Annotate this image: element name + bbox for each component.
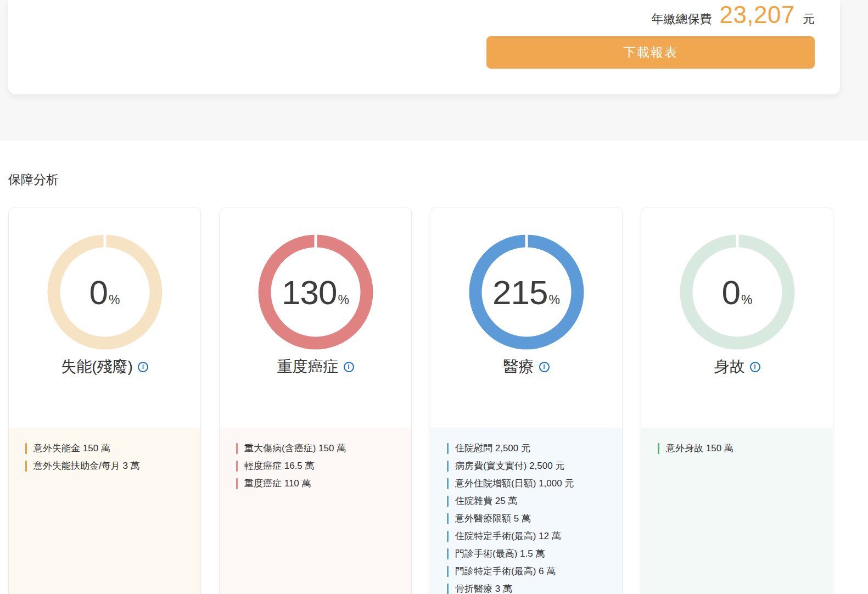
- benefit-label: 住院雜費 25 萬: [455, 496, 517, 507]
- benefit-item: 意外住院增額(日額) 1,000 元: [447, 478, 611, 489]
- benefit-bar: [25, 461, 27, 472]
- benefit-item: 意外失能金 150 萬: [25, 443, 189, 454]
- benefit-list: 意外失能金 150 萬 意外失能扶助金/每月 3 萬: [25, 443, 189, 472]
- coverage-title: 失能(殘廢): [61, 356, 133, 377]
- benefit-label: 門診特定手術(最高) 6 萬: [455, 566, 556, 577]
- card-top: 0 % 身故 i: [641, 234, 833, 428]
- benefit-label: 意外失能金 150 萬: [33, 443, 110, 454]
- info-icon[interactable]: i: [539, 362, 550, 372]
- benefit-item: 病房費(實支實付) 2,500 元: [447, 461, 611, 472]
- coverage-card: 215 % 醫療 i 住院慰問 2,500 元 病房費(實支實付) 2,500 …: [430, 208, 623, 594]
- coverage-percent-group: 215 %: [492, 273, 560, 312]
- info-icon[interactable]: i: [344, 362, 354, 372]
- benefit-item: 門診特定手術(最高) 6 萬: [447, 566, 611, 577]
- card-top: 130 % 重度癌症 i: [220, 234, 411, 428]
- benefit-bar: [236, 461, 238, 472]
- benefit-bar: [447, 496, 449, 507]
- coverage-percent: 0 %: [680, 234, 795, 350]
- coverage-card: 130 % 重度癌症 i 重大傷病(含癌症) 150 萬 輕度癌症 16.5 萬…: [219, 208, 412, 594]
- info-icon[interactable]: i: [750, 362, 760, 372]
- download-report-button[interactable]: 下載報表: [486, 36, 815, 69]
- benefit-item: 輕度癌症 16.5 萬: [236, 461, 400, 472]
- benefit-item: 骨折醫療 3 萬: [447, 584, 611, 594]
- annual-premium-unit: 元: [803, 11, 815, 27]
- benefit-item: 住院慰問 2,500 元: [447, 443, 611, 454]
- benefit-list: 重大傷病(含癌症) 150 萬 輕度癌症 16.5 萬 重度癌症 110 萬: [236, 443, 400, 489]
- benefit-bar: [236, 443, 238, 454]
- benefit-bar: [447, 531, 449, 542]
- benefit-bar: [447, 566, 449, 577]
- benefit-label: 輕度癌症 16.5 萬: [244, 461, 315, 472]
- coverage-card: 0 % 身故 i 意外身故 150 萬: [641, 208, 833, 594]
- benefit-label: 意外身故 150 萬: [666, 443, 733, 454]
- coverage-percent-value: 215: [492, 273, 547, 312]
- card-title-row: 醫療 i: [430, 356, 622, 377]
- coverage-title: 醫療: [503, 356, 534, 377]
- card-top: 0 % 失能(殘廢) i: [9, 234, 200, 428]
- coverage-analysis-section: 保障分析 0 % 失能(殘廢) i: [0, 172, 868, 594]
- coverage-title: 重度癌症: [277, 356, 339, 377]
- coverage-title: 身故: [714, 356, 745, 377]
- benefit-label: 骨折醫療 3 萬: [455, 584, 512, 594]
- card-benefits: 意外失能金 150 萬 意外失能扶助金/每月 3 萬: [9, 428, 200, 594]
- annual-premium-label: 年繳總保費: [651, 11, 712, 27]
- benefit-bar: [236, 478, 238, 489]
- annual-premium: 年繳總保費 23,207 元: [651, 1, 815, 29]
- benefit-item: 意外醫療限額 5 萬: [447, 513, 611, 524]
- card-top: 215 % 醫療 i: [430, 234, 622, 428]
- coverage-percent-sign: %: [549, 293, 560, 307]
- coverage-percent: 130 %: [258, 234, 373, 350]
- donut-chart: 215 %: [469, 234, 584, 350]
- benefit-item: 重度癌症 110 萬: [236, 478, 400, 489]
- benefit-item: 重大傷病(含癌症) 150 萬: [236, 443, 400, 454]
- section-title: 保障分析: [8, 172, 860, 187]
- benefit-bar: [447, 443, 449, 454]
- benefit-bar: [658, 443, 659, 454]
- coverage-percent-sign: %: [109, 293, 120, 307]
- coverage-percent-sign: %: [741, 293, 752, 307]
- benefit-label: 住院特定手術(最高) 12 萬: [455, 531, 561, 542]
- benefit-label: 重度癌症 110 萬: [244, 478, 311, 489]
- quote-summary-card: 年繳總保費 23,207 元 下載報表: [8, 0, 840, 94]
- benefit-item: 住院雜費 25 萬: [447, 496, 611, 507]
- coverage-percent-value: 130: [282, 273, 337, 312]
- cards-row: 0 % 失能(殘廢) i 意外失能金 150 萬 意外失能扶助金/每月 3 萬: [8, 208, 860, 594]
- coverage-percent-value: 0: [89, 273, 108, 312]
- benefit-item: 意外失能扶助金/每月 3 萬: [25, 461, 189, 472]
- coverage-percent-sign: %: [338, 293, 349, 307]
- benefit-bar: [447, 513, 449, 524]
- card-benefits: 意外身故 150 萬: [641, 428, 833, 594]
- card-title-row: 重度癌症 i: [220, 356, 411, 377]
- benefit-item: 門診手術(最高) 1.5 萬: [447, 548, 611, 559]
- card-title-row: 失能(殘廢) i: [9, 356, 200, 377]
- coverage-percent-group: 130 %: [282, 273, 349, 312]
- donut-chart: 130 %: [258, 234, 373, 350]
- coverage-percent-group: 0 %: [89, 273, 120, 312]
- benefit-label: 住院慰問 2,500 元: [455, 443, 530, 454]
- coverage-card: 0 % 失能(殘廢) i 意外失能金 150 萬 意外失能扶助金/每月 3 萬: [8, 208, 201, 594]
- donut-chart: 0 %: [680, 234, 795, 350]
- benefit-list: 意外身故 150 萬: [658, 443, 822, 454]
- info-icon[interactable]: i: [138, 362, 148, 372]
- donut-chart: 0 %: [47, 234, 163, 350]
- annual-premium-value: 23,207: [719, 1, 795, 29]
- coverage-percent: 0 %: [47, 234, 163, 350]
- top-summary-zone: 年繳總保費 23,207 元 下載報表: [0, 0, 868, 141]
- benefit-label: 意外住院增額(日額) 1,000 元: [455, 478, 574, 489]
- coverage-percent-value: 0: [722, 273, 740, 312]
- card-benefits: 住院慰問 2,500 元 病房費(實支實付) 2,500 元 意外住院增額(日額…: [430, 428, 622, 594]
- coverage-percent-group: 0 %: [722, 273, 753, 312]
- benefit-bar: [447, 478, 449, 489]
- benefit-label: 門診手術(最高) 1.5 萬: [455, 548, 545, 559]
- benefit-bar: [447, 584, 449, 594]
- benefit-label: 意外醫療限額 5 萬: [455, 513, 531, 524]
- benefit-bar: [25, 443, 27, 454]
- benefit-list: 住院慰問 2,500 元 病房費(實支實付) 2,500 元 意外住院增額(日額…: [447, 443, 611, 594]
- benefit-label: 意外失能扶助金/每月 3 萬: [33, 461, 140, 472]
- benefit-item: 意外身故 150 萬: [658, 443, 822, 454]
- benefit-bar: [447, 461, 449, 472]
- card-title-row: 身故 i: [641, 356, 833, 377]
- benefit-label: 病房費(實支實付) 2,500 元: [455, 461, 564, 472]
- coverage-percent: 215 %: [469, 234, 584, 350]
- benefit-item: 住院特定手術(最高) 12 萬: [447, 531, 611, 542]
